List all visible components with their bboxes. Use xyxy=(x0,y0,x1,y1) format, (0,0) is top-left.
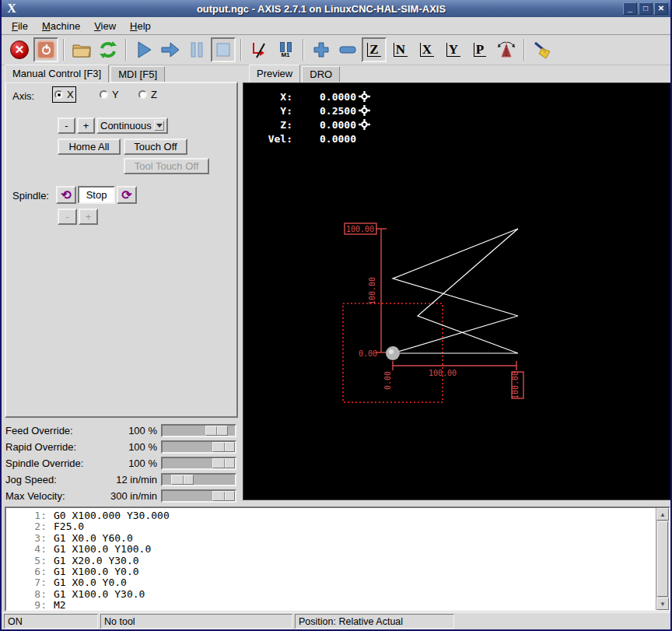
gcode-line[interactable]: 4:G1 X100.0 Y100.0 xyxy=(6,544,669,555)
tab-dro[interactable]: DRO xyxy=(302,66,340,82)
slider-row: Feed Override:100 % xyxy=(5,422,238,439)
jog-increment-dropdown[interactable]: Continuous xyxy=(96,117,168,134)
estop-button[interactable]: ✕ xyxy=(7,37,32,62)
gcode-scrollbar[interactable]: ▲ ▼ xyxy=(656,508,669,610)
gcode-line-text: G1 X100.0 Y0.0 xyxy=(54,566,139,577)
estop-icon: ✕ xyxy=(10,40,29,59)
gcode-line-text: F25.0 xyxy=(54,521,84,532)
gcode-line-number: 2: xyxy=(6,521,47,532)
maximize-button[interactable]: □ xyxy=(639,2,653,15)
toolbar-separator xyxy=(523,39,525,61)
gcode-line[interactable]: 7:G1 X0.0 Y0.0 xyxy=(6,577,669,588)
gcode-line[interactable]: 2:F25.0 xyxy=(6,521,669,532)
gcode-line-number: 7: xyxy=(6,577,47,588)
reload-button[interactable] xyxy=(96,37,121,62)
run-from-line-button[interactable] xyxy=(247,37,271,62)
preview-canvas[interactable]: X:0.0000Y:0.2500Z:0.0000Vel:0.0000 100.0… xyxy=(243,82,672,500)
touch-off-button[interactable]: Touch Off xyxy=(124,138,187,155)
pause-icon xyxy=(189,42,205,58)
menu-bar: FileMachineViewHelp xyxy=(2,17,670,35)
stop-button[interactable] xyxy=(211,37,236,62)
tab-manual-control[interactable]: Manual Control [F3] xyxy=(5,65,109,82)
manual-control-panel: Manual Control [F3] MDI [F5] Axis: XYZ -… xyxy=(5,65,238,503)
axis-radio-y[interactable]: Y xyxy=(100,89,119,100)
pause-button[interactable] xyxy=(184,37,209,62)
slider-row: Rapid Override:100 % xyxy=(5,439,238,455)
slider-trough[interactable] xyxy=(161,440,236,454)
jog-minus-button[interactable]: - xyxy=(58,117,75,134)
zoom-out-icon xyxy=(339,45,356,54)
gcode-line[interactable]: 8:G1 X100.0 Y30.0 xyxy=(6,589,669,600)
view-p-icon: P xyxy=(474,43,486,57)
gcode-listing[interactable]: 1:G0 X100.000 Y30.0002:F25.03:G1 X0.0 Y6… xyxy=(5,507,670,612)
slider-handle[interactable] xyxy=(171,475,194,485)
minimize-button[interactable]: _ xyxy=(623,2,637,15)
menu-file[interactable]: File xyxy=(6,19,33,33)
override-sliders: Feed Override:100 %Rapid Override:100 %S… xyxy=(5,422,238,504)
run-icon xyxy=(135,40,152,59)
status-bar: ON No tool Position: Relative Actual xyxy=(2,612,670,629)
view-z-button[interactable]: Z xyxy=(362,37,387,62)
preview-panel: Preview DRO X:0.0000Y:0.2500Z:0.0000Vel:… xyxy=(243,65,672,500)
slider-trough[interactable] xyxy=(161,457,236,470)
jog-plus-button[interactable]: + xyxy=(77,117,95,134)
view-perspective-button[interactable]: P xyxy=(467,37,492,62)
menu-view[interactable]: View xyxy=(89,19,121,33)
optional-stop-button[interactable]: M1 xyxy=(273,37,298,62)
view-x-button[interactable]: X xyxy=(415,37,439,62)
gcode-line[interactable]: 9:M2 xyxy=(6,600,669,611)
run-button[interactable] xyxy=(131,37,156,62)
slider-handle[interactable] xyxy=(212,491,235,501)
tab-mdi[interactable]: MDI [F5] xyxy=(110,66,165,82)
dim-x-min-label: 0.00 xyxy=(383,371,392,390)
open-file-button[interactable] xyxy=(69,37,94,62)
axis-radio-x[interactable]: X xyxy=(54,89,74,100)
slider-handle[interactable] xyxy=(212,458,235,468)
gcode-line[interactable]: 3:G1 X0.0 Y60.0 xyxy=(6,533,669,544)
close-button[interactable]: ✕ xyxy=(654,2,668,15)
slider-trough[interactable] xyxy=(161,424,236,437)
home-all-button[interactable]: Home All xyxy=(58,138,121,155)
status-position-mode: Position: Relative Actual xyxy=(295,614,454,629)
spindle-cw-button[interactable]: ⟳ xyxy=(117,186,137,204)
slider-trough[interactable] xyxy=(161,473,236,486)
view-z2-button[interactable]: N xyxy=(388,37,413,62)
spindle-minus-button: - xyxy=(58,209,77,225)
tab-preview[interactable]: Preview xyxy=(249,65,300,82)
gcode-line[interactable]: 5:G1 X20.0 Y30.0 xyxy=(6,556,669,566)
menu-help[interactable]: Help xyxy=(124,19,156,33)
scrollbar-thumb[interactable] xyxy=(657,521,668,597)
slider-value: 100 % xyxy=(79,457,157,469)
slider-handle[interactable] xyxy=(205,426,228,436)
scroll-down-icon[interactable]: ▼ xyxy=(656,598,669,610)
machine-power-button[interactable] xyxy=(33,37,58,62)
rotate-view-button[interactable] xyxy=(494,37,519,62)
view-y-button[interactable]: Y xyxy=(441,37,466,62)
chevron-down-icon xyxy=(154,121,164,131)
scroll-up-icon[interactable]: ▲ xyxy=(656,508,669,521)
spindle-stop-button[interactable]: Stop xyxy=(78,186,115,204)
slider-value: 100 % xyxy=(79,425,157,436)
gcode-line[interactable]: 1:G0 X100.000 Y30.000 xyxy=(6,510,669,521)
gcode-line-number: 4: xyxy=(6,544,47,555)
slider-handle[interactable] xyxy=(212,442,235,452)
step-button[interactable] xyxy=(158,37,183,62)
clear-plot-button[interactable] xyxy=(530,37,555,62)
spindle-ccw-button[interactable]: ⟲ xyxy=(56,186,76,204)
gcode-line-text: G1 X100.0 Y100.0 xyxy=(54,544,151,555)
broom-icon xyxy=(532,40,552,59)
spindle-cw-icon: ⟳ xyxy=(121,189,131,202)
power-icon xyxy=(37,40,55,59)
toolbar: ✕ M1 xyxy=(2,35,670,65)
zoom-in-button[interactable] xyxy=(309,37,334,62)
slider-trough[interactable] xyxy=(161,489,236,503)
status-machine-state: ON xyxy=(4,614,98,629)
gcode-line[interactable]: 6:G1 X100.0 Y0.0 xyxy=(6,566,669,577)
menu-machine[interactable]: Machine xyxy=(37,19,86,33)
gcode-line-text: G0 X100.000 Y30.000 xyxy=(54,510,170,521)
axis-radio-z[interactable]: Z xyxy=(138,89,157,100)
gcode-line-number: 5: xyxy=(6,556,47,566)
zoom-in-icon xyxy=(313,41,330,58)
zoom-out-button[interactable] xyxy=(335,37,360,62)
tool-position-highlight xyxy=(389,349,394,354)
